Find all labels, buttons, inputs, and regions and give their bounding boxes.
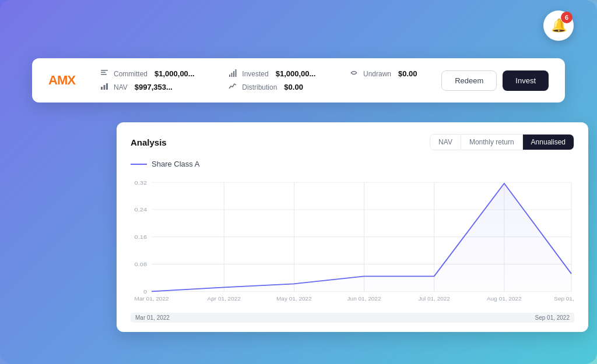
nav-icon [100,82,109,92]
notification-bell[interactable]: 🔔 6 [543,10,574,41]
invested-label: Invested [242,70,268,78]
svg-text:Aug 01, 2022: Aug 01, 2022 [487,296,522,302]
undrawn-value: $0.00 [398,69,417,78]
distribution-value: $0.00 [284,83,303,91]
svg-rect-0 [101,70,108,71]
svg-rect-5 [233,71,234,77]
header-card: AMX Committed $1,000,00... [32,58,565,103]
svg-text:0.08: 0.08 [135,261,148,267]
committed-value: $1,000,00... [154,69,195,78]
invest-button[interactable]: Invest [503,70,549,91]
committed-icon [100,69,109,79]
tab-group: NAV Monthly return Annualised [430,134,574,150]
metric-invested: Invested $1,000,00... [228,69,331,79]
distribution-label: Distribution [242,83,277,91]
tab-nav[interactable]: NAV [430,135,461,150]
svg-text:Jul 01, 2022: Jul 01, 2022 [418,296,450,302]
svg-text:May 01, 2022: May 01, 2022 [276,296,312,302]
tab-annualised[interactable]: Annualised [523,135,574,150]
svg-rect-7 [101,87,103,90]
invested-value: $1,000,00... [276,69,316,78]
logo-black: AM [48,73,67,87]
committed-label: Committed [114,70,148,78]
metric-undrawn: Undrawn $0.00 [349,69,432,79]
legend-line-indicator [131,164,147,165]
redeem-button[interactable]: Redeem [441,70,497,91]
svg-rect-6 [236,69,237,77]
undrawn-icon [349,69,359,79]
chart-area: 0.32 0.24 0.16 0.08 0 Mar 01, 20 [131,175,574,312]
undrawn-label: Undrawn [363,70,391,78]
svg-rect-8 [104,85,106,90]
metric-committed: Committed $1,000,00... [100,69,209,79]
svg-text:Apr 01, 2022: Apr 01, 2022 [208,296,241,302]
svg-text:Mar 01, 2022: Mar 01, 2022 [135,296,169,302]
nav-value: $997,353... [135,83,173,91]
svg-rect-9 [106,83,108,90]
metric-distribution: Distribution $0.00 [228,82,331,92]
range-start-label: Mar 01, 2022 [135,314,170,321]
svg-text:0: 0 [143,288,147,294]
logo: AMX [48,73,83,88]
svg-text:0.24: 0.24 [135,207,148,213]
svg-rect-3 [229,75,230,77]
invested-icon [228,69,237,79]
legend-label: Share Class A [152,160,199,168]
svg-rect-1 [101,72,106,73]
metrics-grid: Committed $1,000,00... Invested $1,000,0… [100,69,432,92]
header-actions: Redeem Invest [441,70,549,91]
metric-nav: NAV $997,353... [100,82,209,92]
notification-badge: 6 [561,12,573,23]
svg-text:0.16: 0.16 [135,234,148,240]
tab-monthly[interactable]: Monthly return [461,135,523,150]
chart-legend: Share Class A [131,160,574,168]
range-selector[interactable]: Mar 01, 2022 Sep 01, 2022 [131,313,574,323]
distribution-icon [228,82,237,92]
svg-text:Sep 01, 2022: Sep 01, 2022 [554,296,574,302]
chart-svg: 0.32 0.24 0.16 0.08 0 Mar 01, 20 [131,175,574,312]
range-end-label: Sep 01, 2022 [535,314,570,321]
analysis-title: Analysis [131,137,167,147]
nav-label: NAV [114,83,128,91]
analysis-header: Analysis NAV Monthly return Annualised [131,134,574,150]
logo-orange: X [67,73,75,87]
svg-marker-26 [152,183,571,291]
analysis-card: Analysis NAV Monthly return Annualised S… [117,122,588,332]
svg-text:0.32: 0.32 [135,179,148,185]
svg-text:Jun 01, 2022: Jun 01, 2022 [347,296,381,302]
svg-rect-4 [231,73,233,77]
svg-rect-2 [101,74,107,75]
